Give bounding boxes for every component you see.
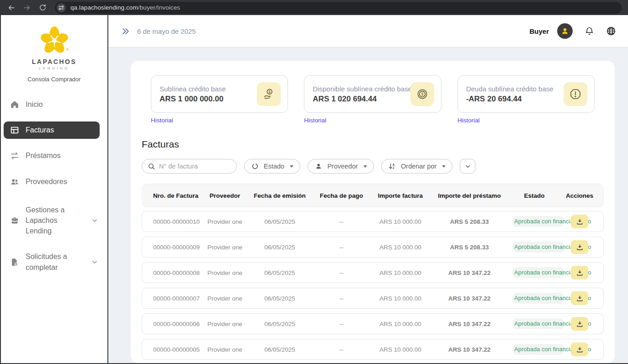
invoice-number-cell: 00000-00000008	[142, 269, 199, 276]
status-cell: Aprobada con financiamiento	[512, 216, 556, 227]
sidebar: ® LAPACHOS LENDING Consola Comprador Ini…	[1, 15, 108, 363]
notifications-button[interactable]	[585, 26, 594, 36]
invoice-amount-cell: ARS 10 000.00	[374, 346, 426, 353]
table-header-row: Nro. de FacturaProveedorFecha de emisión…	[142, 184, 604, 207]
loan-amount-cell: ARS 10 347.22	[426, 346, 512, 353]
column-header: Fecha de emisión	[251, 192, 309, 199]
filters-bar: Estado Proveedor AZ Ordenar por	[142, 159, 604, 174]
payment-date-cell: --	[309, 321, 374, 327]
issue-date-cell: 06/05/2025	[251, 218, 309, 225]
globe-icon	[606, 26, 616, 36]
card-sublinea-credito: Sublínea crédito base ARS 1 000 000.00 $	[151, 75, 288, 113]
briefcase-icon	[9, 216, 20, 226]
caret-down-icon	[442, 165, 446, 168]
sidebar-collapse-toggle[interactable]	[121, 26, 131, 36]
language-button[interactable]	[606, 26, 616, 36]
top-header: 6 de mayo de 2025 Buyer	[108, 15, 628, 47]
brand-subtitle: LENDING	[1, 66, 107, 70]
loan-amount-cell: ARS 5 208.33	[426, 218, 512, 225]
sidebar-item-facturas[interactable]: Facturas	[4, 121, 100, 139]
download-button[interactable]	[571, 215, 588, 228]
sidebar-item-label: Préstamos	[26, 152, 60, 160]
provider-cell: Provider one	[199, 269, 251, 276]
invoices-panel: Sublínea crédito base ARS 1 000 000.00 $	[131, 61, 615, 363]
table-row: 00000-00000007 Provider one 06/05/2025 -…	[142, 288, 604, 309]
invoice-amount-cell: ARS 10 000.00	[374, 321, 426, 327]
sidebar-item-label: Inicio	[26, 100, 43, 109]
column-header: Estado	[512, 192, 556, 199]
home-icon	[9, 100, 20, 110]
historial-link[interactable]: Historial	[458, 117, 480, 124]
card-value: ARS 1 000 000.00	[160, 95, 257, 104]
sidebar-item-gestiones[interactable]: Gestiones a Lapachos Lending	[1, 205, 107, 237]
historial-link[interactable]: Historial	[304, 117, 326, 124]
sidebar-item-inicio[interactable]: Inicio	[1, 95, 107, 114]
hand-coin-icon: $	[257, 82, 281, 106]
download-button[interactable]	[571, 240, 588, 254]
coin-icon: $	[410, 82, 434, 106]
sidebar-item-prestamos[interactable]: Préstamos	[1, 147, 107, 165]
historial-link[interactable]: Historial	[151, 117, 173, 124]
payment-date-cell: --	[309, 244, 374, 251]
url-path: /buyer/Invoices	[138, 4, 180, 11]
ordenar-filter-label: Ordenar por	[401, 163, 436, 170]
user-avatar[interactable]	[557, 23, 573, 39]
url-bar[interactable]: qa.lapachoslending.com/buyer/Invoices	[55, 2, 622, 14]
caret-down-icon	[363, 165, 367, 168]
search-input[interactable]	[159, 163, 232, 170]
browser-chrome: qa.lapachoslending.com/buyer/Invoices	[0, 0, 628, 15]
ordenar-por-filter[interactable]: AZ Ordenar por	[381, 159, 452, 174]
sidebar-nav: Inicio Facturas Préstamos Proveedores	[1, 95, 107, 274]
browser-forward-button[interactable]	[20, 2, 34, 14]
people-icon	[9, 177, 20, 187]
invoice-number-cell: 00000-00000007	[142, 295, 199, 302]
actions-cell	[556, 291, 603, 305]
site-settings-icon	[57, 3, 66, 12]
back-arrow-icon	[7, 4, 16, 12]
table-row: 00000-00000010 Provider one 06/05/2025 -…	[142, 211, 604, 232]
invoices-table: Nro. de FacturaProveedorFecha de emisión…	[142, 184, 604, 360]
invoice-amount-cell: ARS 10 000.00	[374, 269, 426, 276]
actions-cell	[556, 240, 603, 254]
proveedor-filter-label: Proveedor	[327, 163, 358, 170]
double-chevron-right-icon	[121, 26, 131, 36]
invoices-grid-icon	[9, 125, 20, 135]
issue-date-cell: 06/05/2025	[251, 295, 309, 302]
column-header: Nro. de Factura	[142, 192, 199, 199]
user-role-label: Buyer	[529, 27, 549, 35]
estado-filter[interactable]: Estado	[244, 159, 300, 174]
invoice-number-cell: 00000-00000006	[142, 321, 199, 327]
payment-date-cell: --	[309, 218, 374, 225]
download-button[interactable]	[571, 343, 588, 356]
provider-cell: Provider one	[199, 244, 251, 251]
loan-amount-cell: ARS 10 347.22	[426, 321, 512, 327]
invoice-search-field[interactable]	[142, 159, 237, 174]
column-header: Importe factura	[374, 192, 426, 199]
browser-refresh-button[interactable]	[36, 2, 49, 14]
invoice-number-cell: 00000-00000010	[142, 218, 199, 225]
issue-date-cell: 06/05/2025	[251, 346, 309, 353]
brand-logo: ® LAPACHOS LENDING	[1, 15, 107, 70]
sidebar-item-solicitudes[interactable]: Solicitudes a completar	[1, 250, 107, 274]
invoice-amount-cell: ARS 10 000.00	[374, 244, 426, 251]
sort-az-icon: AZ	[388, 162, 396, 170]
download-button[interactable]	[571, 291, 588, 305]
lapachos-flower-icon: ®	[37, 24, 72, 55]
more-filters-button[interactable]	[460, 159, 475, 174]
svg-text:$: $	[421, 92, 424, 96]
download-icon	[576, 320, 584, 328]
table-body: 00000-00000010 Provider one 06/05/2025 -…	[142, 211, 604, 360]
document-check-icon	[9, 257, 20, 267]
card-label: Deuda sublínea crédito base	[466, 85, 564, 93]
sidebar-item-proveedores[interactable]: Proveedores	[1, 173, 107, 191]
proveedor-filter[interactable]: Proveedor	[308, 159, 374, 174]
download-button[interactable]	[571, 317, 588, 331]
browser-back-button[interactable]	[5, 2, 18, 14]
url-text: qa.lapachoslending.com/buyer/Invoices	[70, 4, 180, 11]
card-label: Sublínea crédito base	[160, 85, 257, 93]
provider-cell: Provider one	[199, 295, 251, 302]
payment-date-cell: --	[309, 346, 374, 353]
table-row: 00000-00000008 Provider one 06/05/2025 -…	[142, 262, 604, 283]
download-button[interactable]	[571, 266, 588, 280]
table-row: 00000-00000009 Provider one 06/05/2025 -…	[142, 237, 604, 258]
